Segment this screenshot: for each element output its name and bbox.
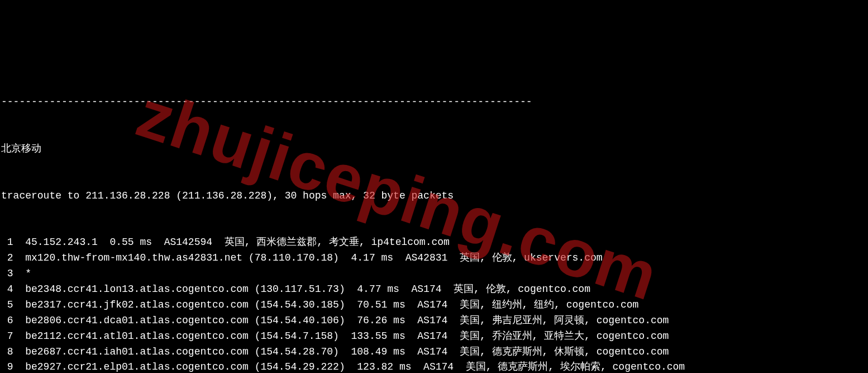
hop-line: 6 be2806.ccr41.dca01.atlas.cogentco.com …: [1, 313, 868, 329]
hop-number: 1: [1, 235, 13, 251]
hop-detail: be2687.ccr41.iah01.atlas.cogentco.com (1…: [25, 346, 669, 357]
hop-detail: mx120.thw-from-mx140.thw.as42831.net (78…: [25, 252, 602, 263]
hop-line: 3 *: [1, 266, 868, 282]
hop-number: 3: [1, 266, 13, 282]
hop-detail: be2112.ccr41.atl01.atlas.cogentco.com (1…: [25, 330, 669, 342]
hop-detail: be2927.ccr21.elp01.atlas.cogentco.com (1…: [25, 361, 685, 372]
hop-line: 2 mx120.thw-from-mx140.thw.as42831.net (…: [1, 251, 868, 266]
trace-title: 北京移动: [1, 141, 868, 157]
hop-line: 9 be2927.ccr21.elp01.atlas.cogentco.com …: [1, 360, 868, 373]
trace-header: traceroute to 211.136.28.228 (211.136.28…: [1, 188, 868, 204]
hop-line: 5 be2317.ccr41.jfk02.atlas.cogentco.com …: [1, 298, 868, 313]
hop-number: 6: [1, 313, 13, 329]
hop-detail: be2317.ccr41.jfk02.atlas.cogentco.com (1…: [25, 299, 638, 310]
hop-number: 4: [1, 282, 13, 298]
hop-line: 1 45.152.243.1 0.55 ms AS142594 英国, 西米德兰…: [1, 235, 868, 251]
hop-line: 7 be2112.ccr41.atl01.atlas.cogentco.com …: [1, 329, 868, 344]
hop-number: 7: [1, 329, 13, 344]
hop-number: 9: [1, 360, 13, 373]
hop-list: 1 45.152.243.1 0.55 ms AS142594 英国, 西米德兰…: [1, 235, 868, 373]
hop-line: 4 be2348.ccr41.lon13.atlas.cogentco.com …: [1, 282, 868, 298]
hop-line: 8 be2687.ccr41.iah01.atlas.cogentco.com …: [1, 344, 868, 360]
hop-number: 8: [1, 344, 13, 360]
hop-detail: *: [25, 268, 31, 279]
hop-detail: be2348.ccr41.lon13.atlas.cogentco.com (1…: [25, 284, 590, 295]
hop-detail: be2806.ccr41.dca01.atlas.cogentco.com (1…: [25, 315, 669, 326]
hop-number: 2: [1, 251, 13, 266]
hop-detail: 45.152.243.1 0.55 ms AS142594 英国, 西米德兰兹郡…: [25, 237, 450, 248]
section-divider: ----------------------------------------…: [1, 95, 868, 110]
terminal-output: ----------------------------------------…: [0, 63, 868, 373]
hop-number: 5: [1, 298, 13, 313]
